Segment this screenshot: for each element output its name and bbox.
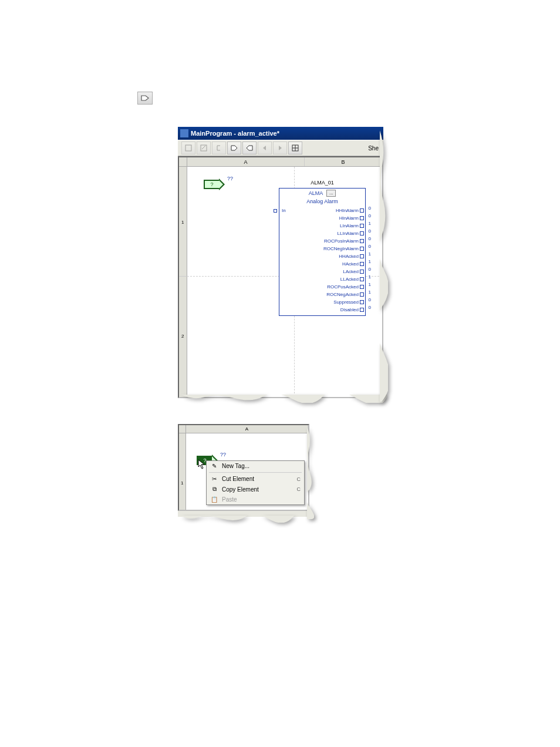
iref-q: ? xyxy=(210,181,213,187)
alma-block[interactable]: ALMA ... Analog Alarm In HHInAlarm 0 HIn… xyxy=(279,188,366,316)
out-pin[interactable] xyxy=(360,270,364,274)
tb-next[interactable] xyxy=(273,142,287,154)
block-properties-button[interactable]: ... xyxy=(326,190,336,197)
tb-btn-1[interactable] xyxy=(181,142,195,154)
row-num-1: 1 xyxy=(181,220,184,225)
col-header-a: A xyxy=(187,157,305,166)
out-val: 0 xyxy=(369,212,371,220)
out-val: 0 xyxy=(369,243,371,250)
out-label: ROCPosAcked xyxy=(327,283,359,291)
torn-edge-right xyxy=(380,130,388,402)
out-pin[interactable] xyxy=(360,292,364,297)
ctx-label: Copy Element xyxy=(222,486,259,493)
tb-prev[interactable] xyxy=(258,142,272,154)
out-pin[interactable] xyxy=(360,285,364,289)
out-pin[interactable] xyxy=(360,308,364,312)
out-val: 1 xyxy=(369,273,371,281)
tb-btn-oref[interactable] xyxy=(242,142,257,154)
out-pin[interactable] xyxy=(360,262,364,266)
out-pin[interactable] xyxy=(360,247,364,251)
block-row-9: LLAcked1 xyxy=(279,275,365,283)
ctx-new-tag[interactable]: ✎ New Tag... xyxy=(207,461,304,471)
out-pin[interactable] xyxy=(360,277,364,281)
cursor-icon xyxy=(198,459,206,472)
ctx-label: Cut Element xyxy=(222,476,254,482)
fbd-canvas[interactable]: A B 1 2 ? ?? ALMA_01 ALMA ... xyxy=(178,156,383,398)
out-pin[interactable] xyxy=(360,224,364,228)
torn-edge-bottom xyxy=(180,514,313,521)
out-label: HInAlarm xyxy=(339,214,359,222)
out-val: 1 xyxy=(369,250,371,258)
out-val: 0 xyxy=(369,304,371,311)
titlebar: MainProgram - alarm_active* xyxy=(178,127,383,140)
tb-grid[interactable] xyxy=(288,142,302,154)
ctx-label: New Tag... xyxy=(222,463,249,469)
in-label: In xyxy=(282,207,286,214)
out-val: 1 xyxy=(369,220,371,227)
block-row-3: LLInAlarm0 xyxy=(279,230,365,237)
block-row-5: ROCNegInAlarm0 xyxy=(279,245,365,253)
ctx-paste: 📋 Paste xyxy=(207,494,304,504)
out-pin[interactable] xyxy=(360,254,364,258)
out-pin[interactable] xyxy=(360,231,364,235)
cut-icon: ✂ xyxy=(210,476,218,482)
iref-unbound-marker: ?? xyxy=(220,452,226,457)
out-val: 0 xyxy=(369,235,371,243)
input-reference-element[interactable]: ? ?? xyxy=(204,179,233,190)
out-label: ROCNegAcked xyxy=(326,291,359,298)
out-label: HAcked xyxy=(342,260,359,268)
block-row-8: LAcked0 xyxy=(279,268,365,275)
out-pin[interactable] xyxy=(360,239,364,243)
out-label: LLInAlarm xyxy=(338,230,359,237)
editor-window-1: MainProgram - alarm_active* She A B 1 2 xyxy=(178,127,383,398)
context-menu: ✎ New Tag... ✂ Cut Element C ⧉ Copy Elem… xyxy=(206,460,305,505)
out-val: 0 xyxy=(369,296,371,304)
svg-rect-1 xyxy=(201,145,207,151)
row-header-band: 1 xyxy=(179,433,186,511)
torn-edge-right xyxy=(307,426,314,520)
out-label: Suppressed xyxy=(333,298,359,306)
tb-btn-iref[interactable] xyxy=(227,142,241,154)
ctx-copy[interactable]: ⧉ Copy Element C xyxy=(207,484,304,494)
col-header-a: A xyxy=(186,425,308,433)
ctx-label: Paste xyxy=(222,496,237,503)
block-row-13: Disabled0 xyxy=(279,306,365,315)
out-pin[interactable] xyxy=(360,216,364,220)
ctx-cut[interactable]: ✂ Cut Element C xyxy=(207,474,304,484)
tb-btn-3[interactable] xyxy=(212,142,226,154)
in-pin[interactable] xyxy=(274,209,277,213)
editor-window-2: A 1 ? ?? ✎ New Tag... ✂ xyxy=(178,424,309,517)
out-label: LLAcked xyxy=(340,275,359,283)
out-val: 1 xyxy=(369,281,371,288)
ctx-separator xyxy=(209,472,302,473)
out-val: 1 xyxy=(369,288,371,296)
block-row-11: ROCNegAcked1 xyxy=(279,291,365,298)
iref-unbound-marker: ?? xyxy=(227,176,233,181)
copy-icon: ⧉ xyxy=(210,486,218,493)
corner-cell xyxy=(179,425,186,433)
row-num-1: 1 xyxy=(181,480,183,486)
block-row-4: ROCPosInAlarm0 xyxy=(279,237,365,245)
toolbar-right-text: She xyxy=(368,145,380,152)
block-row-1: HInAlarm0 xyxy=(279,214,365,222)
col-header-b: B xyxy=(305,157,382,166)
out-pin[interactable] xyxy=(360,208,364,213)
out-label: ROCNegInAlarm xyxy=(323,245,359,253)
fbd-canvas-2[interactable]: A 1 ? ?? ✎ New Tag... ✂ xyxy=(178,424,309,511)
block-row-7: HAcked1 xyxy=(279,260,365,268)
ctx-shortcut: C xyxy=(297,486,301,492)
out-label: LAcked xyxy=(343,268,359,275)
row-num-2: 2 xyxy=(181,334,184,339)
app-icon xyxy=(180,129,188,137)
corner-cell xyxy=(179,157,187,166)
tb-btn-2[interactable] xyxy=(197,142,211,154)
iref-toolbar-button[interactable] xyxy=(137,92,153,105)
block-tagname: ALMA_01 xyxy=(279,180,366,186)
block-type-name: ALMA xyxy=(309,190,323,196)
ctx-shortcut: C xyxy=(297,476,301,482)
out-label: ROCPosInAlarm xyxy=(324,237,359,245)
out-pin[interactable] xyxy=(360,300,364,304)
block-row-in: In HHInAlarm 0 xyxy=(279,207,365,214)
out-val: 0 xyxy=(369,204,371,212)
paste-icon: 📋 xyxy=(210,496,218,503)
